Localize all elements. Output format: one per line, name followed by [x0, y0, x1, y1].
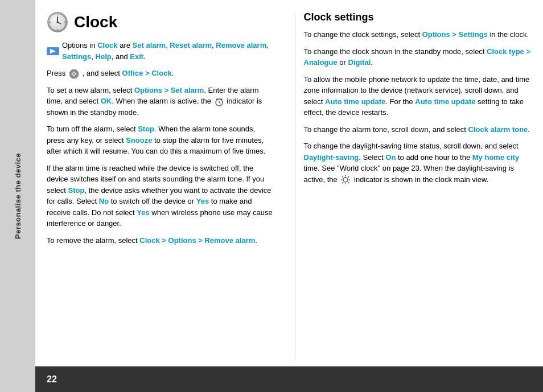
- remove-alarm-link: Remove alarm: [216, 41, 266, 49]
- para-clock-type: To change the clock shown in the standby…: [304, 46, 532, 68]
- page-title: Clock: [74, 13, 117, 31]
- daylight-saving-link: Daylight-saving: [304, 153, 359, 162]
- svg-point-22: [343, 178, 348, 182]
- svg-point-13: [73, 71, 75, 73]
- right-column: Clock settings To change the clock setti…: [295, 11, 532, 361]
- no-link: No: [99, 197, 109, 205]
- svg-point-15: [73, 75, 75, 76]
- set-alarm-link: Set alarm: [133, 41, 166, 49]
- para-auto-time: To allow the mobile phone network to upd…: [304, 74, 532, 118]
- content-area: Clock Options in Clock are Set alarm, Re…: [35, 0, 543, 366]
- options-set-alarm-link: Options > Set alarm: [134, 86, 204, 94]
- yes-link1: Yes: [196, 197, 209, 205]
- auto-time-update-link2: Auto time update: [415, 97, 475, 106]
- office-clock-link: Office > Clock: [122, 69, 172, 77]
- stop-link1: Stop: [138, 125, 154, 133]
- bottom-bar: 22: [35, 366, 543, 392]
- para-alarm-tone: To change the alarm tone, scroll down, a…: [304, 124, 532, 135]
- svg-line-28: [348, 182, 349, 183]
- sidebar-label: Personalise the device: [14, 153, 22, 239]
- reset-alarm-link: Reset alarm: [170, 41, 212, 49]
- yes-link2: Yes: [137, 208, 149, 217]
- para-change-settings: To change the clock settings, select Opt…: [304, 29, 532, 40]
- clock-options-remove-link: Clock > Options > Remove alarm: [139, 236, 255, 245]
- on-link: On: [385, 153, 396, 162]
- para-turn-off-alarm: To turn off the alarm, select Stop. When…: [47, 123, 275, 157]
- para-daylight-saving: To change the daylight-saving time statu…: [304, 141, 532, 185]
- svg-point-14: [75, 73, 76, 75]
- svg-point-11: [69, 69, 79, 79]
- ok-link: OK: [101, 97, 112, 105]
- clock-icon: [47, 11, 68, 33]
- svg-line-27: [342, 176, 343, 178]
- auto-time-update-link1: Auto time update: [325, 97, 385, 106]
- press-line: Press , and select Office > Clock.: [47, 68, 275, 79]
- para-remove-alarm: To remove the alarm, select Clock > Opti…: [47, 235, 275, 246]
- sun-icon: [340, 175, 351, 185]
- svg-point-12: [71, 73, 73, 75]
- svg-line-18: [219, 102, 220, 103]
- main-content: Clock Options in Clock are Set alarm, Re…: [35, 0, 543, 392]
- digital-link: Digital: [348, 58, 371, 67]
- exit-link: Exit: [130, 52, 143, 61]
- page-title-area: Clock: [47, 11, 275, 33]
- menu-icon: [69, 69, 79, 79]
- settings-link: Settings: [62, 52, 91, 61]
- options-arrow-icon: [47, 47, 59, 55]
- svg-point-4: [57, 22, 59, 23]
- alarm-active-icon: [215, 97, 224, 106]
- options-settings-link: Options > Settings: [422, 30, 488, 39]
- clock-alarm-tone-link: Clock alarm tone: [468, 125, 528, 134]
- options-clock-link: Clock: [97, 41, 117, 49]
- stop-link2: Stop: [68, 186, 85, 195]
- clock-settings-title: Clock settings: [304, 11, 532, 23]
- svg-line-29: [348, 176, 349, 178]
- para-set-alarm: To set a new alarm, select Options > Set…: [47, 85, 275, 118]
- options-intro-text: Options in Clock are Set alarm, Reset al…: [62, 40, 275, 62]
- help-link: Help: [96, 52, 112, 61]
- left-column: Clock Options in Clock are Set alarm, Re…: [47, 11, 283, 361]
- snooze-link: Snooze: [126, 136, 152, 145]
- clock-type-analogue-link: Clock type > Analogue: [304, 47, 531, 67]
- para-alarm-switched-off: If the alarm time is reached while the d…: [47, 163, 275, 229]
- page-number: 22: [47, 374, 57, 385]
- options-intro-line: Options in Clock are Set alarm, Reset al…: [47, 40, 275, 62]
- sidebar: Personalise the device: [0, 0, 35, 392]
- svg-line-30: [342, 182, 343, 183]
- my-home-city-link: My home city: [472, 153, 519, 162]
